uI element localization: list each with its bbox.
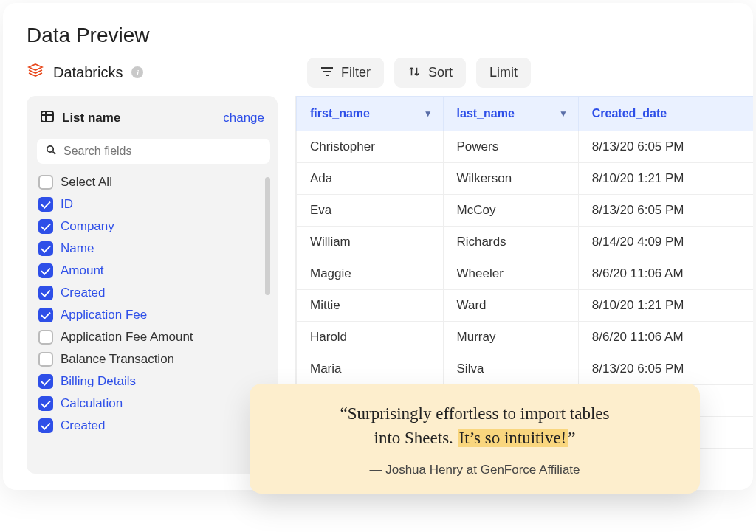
fields-sidebar: List name change Select AllIDCompanyName… [27,96,278,474]
field-row[interactable]: Application Fee Amount [37,326,263,348]
table-cell: 8/6/20 11:06 AM [578,258,753,290]
toolbar: Filter Sort Limit [307,58,531,88]
table-cell: 8/13/20 6:05 PM [578,195,753,227]
filter-button[interactable]: Filter [307,58,384,88]
svg-line-7 [53,152,56,155]
checkbox[interactable] [38,418,53,433]
table-row[interactable]: AdaWilkerson8/10/20 1:21 PM [297,163,754,195]
checkbox[interactable] [38,286,53,300]
table-cell: McCoy [443,195,578,227]
table-cell: Eva [297,195,444,227]
field-label: Created [61,286,105,300]
table-cell: Ada [297,163,444,195]
checkbox[interactable] [38,241,53,256]
field-label: Calculation [61,396,123,411]
field-label: Select All [61,175,112,190]
databricks-icon [27,62,44,83]
sort-label: Sort [428,65,453,80]
checkbox[interactable] [38,396,53,411]
table-row[interactable]: MaggieWheeler8/6/20 11:06 AM [297,258,754,290]
table-cell: 8/10/20 1:21 PM [578,163,753,195]
table-cell: Richards [443,227,578,258]
table-cell: Silva [443,353,578,385]
field-row[interactable]: Name [37,238,263,260]
field-row[interactable]: Amount [37,260,263,282]
search-input[interactable] [63,145,261,158]
column-header[interactable]: first_name▼ [297,97,444,131]
svg-point-6 [47,146,53,152]
field-label: Name [61,241,94,256]
testimonial-card: “Surprisingly effortless to import table… [250,384,700,494]
header-row: Databricks i Filter Sort Limit [3,62,753,96]
field-label: Application Fee Amount [61,330,193,345]
table-row[interactable]: MariaSilva8/13/20 6:05 PM [297,353,754,385]
table-cell: 8/14/20 4:09 PM [578,227,753,258]
field-row[interactable]: Calculation [37,393,263,415]
table-cell: 8/13/20 6:05 PM [578,131,753,163]
table-cell: Powers [443,131,578,163]
testimonial-attribution: — Joshua Henry at GenForce Affiliate [279,463,670,477]
testimonial-text: “Surprisingly effortless to import table… [279,401,670,451]
list-name-label: List name [62,111,120,125]
search-icon [46,145,56,158]
field-row[interactable]: Application Fee [37,304,263,326]
chevron-down-icon: ▼ [424,108,433,119]
field-row[interactable]: Created [37,415,263,437]
column-header[interactable]: last_name▼ [443,97,578,131]
table-cell: 8/6/20 11:06 AM [578,322,753,353]
checkbox[interactable] [38,175,53,190]
table-row[interactable]: WilliamRichards8/14/20 4:09 PM [297,227,754,258]
field-label: ID [61,197,73,212]
column-header[interactable]: Created_date [578,97,753,131]
table-cell: Christopher [297,131,444,163]
table-cell: Mittie [297,290,444,322]
connector-name: Databricks [53,64,123,81]
highlight: It’s so intuitive! [458,429,568,447]
table-cell: Harold [297,322,444,353]
table-cell: Wilkerson [443,163,578,195]
table-cell: Ward [443,290,578,322]
page-title: Data Preview [3,24,753,62]
field-row[interactable]: Created [37,282,263,304]
checkbox[interactable] [38,219,53,234]
field-row[interactable]: ID [37,193,263,215]
table-icon [40,109,55,127]
fields-list[interactable]: Select AllIDCompanyNameAmountCreatedAppl… [37,171,270,463]
sort-button[interactable]: Sort [394,58,466,88]
table-cell: Maggie [297,258,444,290]
field-label: Billing Details [61,374,136,389]
checkbox[interactable] [38,352,53,367]
table-cell: Wheeler [443,258,578,290]
field-row[interactable]: Billing Details [37,370,263,393]
table-row[interactable]: MittieWard8/10/20 1:21 PM [297,290,754,322]
table-header-row: first_name▼last_name▼Created_date [297,97,754,131]
limit-button[interactable]: Limit [476,58,531,88]
field-row[interactable]: Balance Transaction [37,348,263,370]
scrollbar-thumb[interactable] [265,177,270,295]
table-cell: 8/13/20 6:05 PM [578,353,753,385]
table-cell: Maria [297,353,444,385]
table-row[interactable]: ChristopherPowers8/13/20 6:05 PM [297,131,754,163]
field-row[interactable]: Company [37,215,263,238]
limit-label: Limit [489,65,518,80]
field-label: Application Fee [61,308,147,322]
field-label: Amount [61,263,104,278]
table-cell: Murray [443,322,578,353]
table-cell: 8/10/20 1:21 PM [578,290,753,322]
checkbox[interactable] [38,197,53,212]
info-icon[interactable]: i [131,66,143,78]
field-label: Company [61,219,114,234]
checkbox[interactable] [38,263,53,278]
table-row[interactable]: EvaMcCoy8/13/20 6:05 PM [297,195,754,227]
change-link[interactable]: change [223,111,264,125]
table-row[interactable]: HaroldMurray8/6/20 11:06 AM [297,322,754,353]
search-field-wrap[interactable] [37,139,270,164]
field-row[interactable]: Select All [37,171,263,193]
sort-icon [408,65,421,80]
table-cell: William [297,227,444,258]
filter-icon [320,65,334,80]
checkbox[interactable] [38,330,53,345]
checkbox[interactable] [38,308,53,322]
checkbox[interactable] [38,374,53,389]
connector-badge[interactable]: Databricks i [27,62,143,83]
